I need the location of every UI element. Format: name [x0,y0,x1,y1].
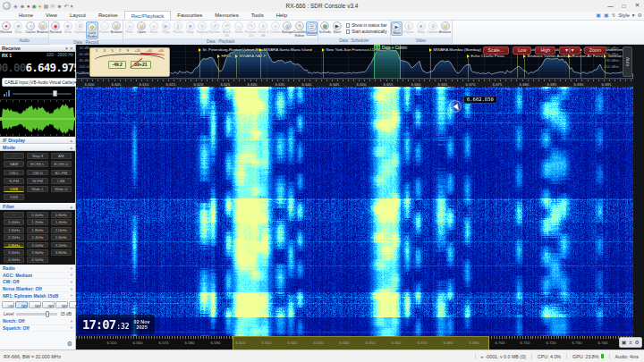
ribbon-tab[interactable]: Tools [245,11,270,20]
ribbon-tab[interactable]: View [39,11,64,20]
filter-button[interactable]: 3.2kHz [51,242,72,248]
ribbon-button[interactable]: » Next [148,21,160,34]
view2-icon[interactable]: ▣ [604,12,609,18]
frequency-marker[interactable]: MWARA Mumbai (Bombay) [429,47,481,52]
radio-option-row[interactable]: Radio▾ [0,265,75,273]
ribbon-tab[interactable]: Receive [92,11,124,20]
ribbon-button[interactable]: ◔ Cache [24,21,37,34]
frequency-display[interactable]: 00.006.649.975 [0,58,75,77]
style-menu[interactable]: Style [619,13,630,18]
nr-button[interactable]: Off [2,301,14,308]
connect-icon[interactable]: ↯ [612,12,616,18]
radio-option-row[interactable]: CW: Off▾ [0,279,75,286]
ribbon-tab[interactable]: Layout [64,11,92,20]
volume-slider[interactable] [13,93,72,95]
view-icon[interactable]: ▣ [596,12,601,18]
nr-button[interactable]: NR2 [29,301,41,308]
mode-button[interactable]: ECSS-L [27,161,47,167]
ribbon-button[interactable]: ↷ Forward 10 seconds [245,21,258,38]
nr-button[interactable]: NR3 [42,301,55,308]
close-button[interactable]: ✕ [631,0,644,11]
frequency-marker[interactable]: New York-San Francisco LDOC [322,47,381,52]
navigator-tool-button[interactable]: ▣ [622,338,627,347]
ribbon-button[interactable]: « Prev [123,21,136,34]
filter-button[interactable]: 1.4kHz [51,219,72,225]
filter-button[interactable]: 4.0kHz [4,257,24,263]
ribbon-button[interactable]: ▶ Start [331,21,343,34]
filter-button[interactable]: 1.2kHz [27,219,47,225]
scheduler-checkbox[interactable]: Start automatically [346,29,387,34]
scheduler-checkbox[interactable]: Show in status bar [346,23,387,28]
panel-gear-icon[interactable]: ⚙ [67,341,72,348]
ribbon-tab[interactable]: Home [13,11,39,20]
filter-button[interactable]: 2.6kHz [51,234,72,240]
filter-button[interactable]: ··· [4,212,24,218]
ribbon-button[interactable]: ◉ Record... [49,21,62,34]
band-navigator[interactable]: 6.5506.5606.5706.5806.5906.6006.6106.620… [76,336,644,349]
ribbon-button[interactable]: ⚙ Options [427,21,439,34]
ribbon-button[interactable]: ■ Stop [415,21,428,34]
ribbon-button[interactable]: ■ Stop [184,21,197,34]
mode-button[interactable]: DSB [4,194,24,200]
ribbon-tab[interactable]: Rec/Playback [124,11,172,20]
radio-option-row[interactable]: Squelch: Off▾ [0,325,75,333]
filter-button[interactable]: 3.4kHz [4,249,24,256]
frequency-marker[interactable]: HFDL [217,54,232,58]
panel-collapse-icon[interactable]: ▾ [65,46,68,51]
spectrum-button[interactable]: Low [513,46,532,55]
filter-button[interactable]: 3.8kHz [51,249,72,256]
audio-device-select[interactable]: CABLE Input (VB-Audio Virtual Cable) ▾ [2,78,79,87]
mode-button[interactable]: BC-FM [51,170,72,176]
mode-button[interactable]: SAM [4,161,24,167]
ribbon-button[interactable]: ▶ Start [391,21,403,36]
filter-button[interactable]: 1.8kHz [27,227,47,233]
mode-button[interactable]: ECSS-U [51,161,72,167]
section-filter[interactable]: Filter ▴ [0,203,75,210]
radio-option-row[interactable]: AGC: Medium▾ [0,273,75,280]
filter-button[interactable]: 1.0kHz [4,219,24,225]
filter-button[interactable]: 2.2kHz [4,234,24,240]
filter-button[interactable]: 2.0kHz [51,227,72,233]
ribbon-button[interactable]: ▦ Schedule [318,21,331,34]
filter-button[interactable]: 3.6kHz [27,249,47,256]
ribbon-button[interactable]: ▶ Play [160,21,173,34]
frequency-marker[interactable]: MWARA Santa Maria Island [259,47,312,52]
ribbon-button[interactable]: ▤ Browse [37,21,49,34]
mode-button[interactable]: Wide-U [51,186,72,192]
ribbon-button[interactable]: ■ Stop [13,21,25,34]
navigator-tool-button[interactable]: ± [629,338,631,347]
ribbon-button[interactable]: ▤ Browse [439,21,452,34]
radio-option-row[interactable]: Noise Blanker: Off▾ [0,286,75,293]
ribbon-button[interactable]: ⌖ Center [269,21,282,34]
ribbon-button[interactable]: ∥ Pause [402,21,415,34]
ribbon-button[interactable]: ● Record [0,21,13,34]
volume-slider-handle[interactable] [53,90,57,97]
ribbon-button[interactable]: ☰ Status [306,21,318,36]
waterfall[interactable]: 6.662.850 17:07:32 02 Nov 2025 [76,87,633,336]
mode-button[interactable]: USB [4,186,24,192]
ribbon-button[interactable]: ⚙ Options [74,21,87,34]
level-slider[interactable] [16,313,57,316]
mode-button[interactable]: LSB [51,178,72,184]
nr-button[interactable]: NR4 [55,301,68,308]
ribbon-button[interactable]: ◌ Power [98,21,111,34]
filter-button[interactable]: 4.5kHz [27,257,47,263]
mode-button[interactable]: Step ▾ [27,153,47,159]
section-if-display[interactable]: IF Display ▴ [0,137,75,144]
filter-button[interactable]: 0.6kHz [27,212,47,218]
level-slider-handle[interactable] [46,311,50,317]
ribbon-button[interactable]: ± Gain 0 dB [257,21,269,38]
filter-button[interactable]: 3.0kHz [27,242,47,248]
mode-button[interactable]: AM [51,153,72,159]
waterfall-canvas[interactable] [76,87,633,336]
ribbon-button[interactable]: ✎ Datafile Editor [293,21,306,38]
maximize-button[interactable]: □ [617,0,631,11]
navigator-tool-button[interactable]: ⚙ [635,338,640,347]
auto-scale-button[interactable]: Auto [623,46,632,77]
frequency-scale[interactable]: 6.6006.6056.6106.6156.6206.6256.6306.635… [76,79,633,87]
ribbon-tab[interactable]: Memories [208,11,244,20]
mode-button[interactable]: W-FM [27,178,47,184]
spectrum-button[interactable]: Scale... [483,46,509,55]
ribbon-button[interactable]: ▤ Browse [110,21,123,34]
spectrum-button[interactable]: High [535,46,555,55]
